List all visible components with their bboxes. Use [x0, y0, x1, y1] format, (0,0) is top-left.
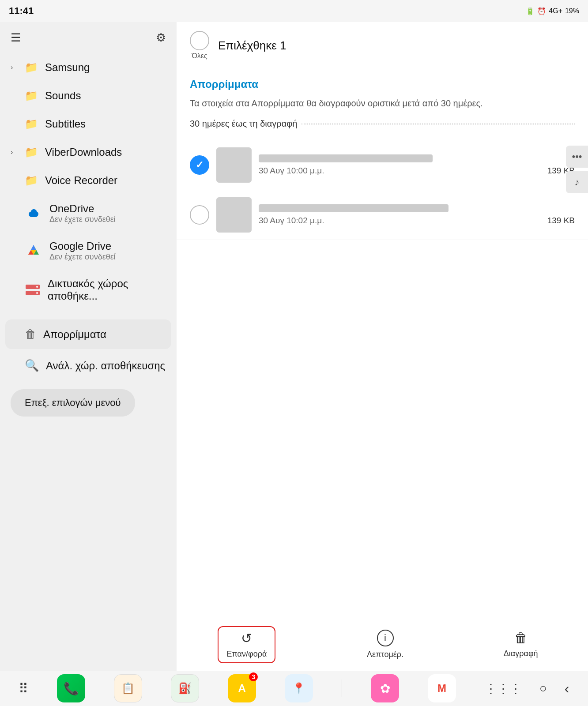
battery-percent: 19%: [565, 7, 579, 15]
sidebar-item-viberdownloads[interactable]: › 📁 ViberDownloads: [0, 138, 177, 166]
sidebar-item-label: Samsung: [45, 61, 90, 74]
delete-button[interactable]: 🗑 Διαγραφή: [495, 626, 547, 663]
sidebar-item-label: OneDrive: [49, 203, 94, 214]
content-header: Όλες Επιλέχθηκε 1: [177, 22, 588, 69]
nav-menu-icon[interactable]: ⋮⋮⋮: [485, 681, 522, 696]
hamburger-icon[interactable]: ☰: [11, 31, 21, 45]
status-bar: 11:41 🔋 ⏰ 4G+ 19%: [0, 0, 588, 22]
sidebar-item-label: Απορρίμματα: [43, 328, 106, 341]
sidebar-item-label: Ανάλ. χώρ. αποθήκευσης: [46, 360, 165, 372]
trash-icon: 🗑: [25, 327, 36, 341]
sidebar-item-voice-recorder[interactable]: › 📁 Voice Recorder: [0, 166, 177, 195]
folder-icon: 📁: [25, 146, 38, 158]
select-all-checkbox[interactable]: [190, 31, 209, 50]
details-button[interactable]: i Λεπτομέρ.: [358, 625, 412, 664]
gdrive-info: Google Drive Δεν έχετε συνδεθεί: [49, 240, 116, 262]
scanner-icon: 📋: [121, 682, 135, 695]
sidebar-item-label: Voice Recorder: [45, 174, 117, 187]
folder-icon: 📁: [25, 174, 38, 187]
bottom-toolbar: ↺ Επαν/φορά i Λεπτομέρ. 🗑 Διαγραφή: [177, 618, 588, 671]
file-info: 30 Αυγ 10:02 μ.μ. 139 KB: [259, 204, 575, 225]
gmail-icon: M: [437, 682, 446, 695]
more-dots-icon: •••: [572, 151, 582, 162]
main-layout: ☰ ⚙ › 📁 Samsung › 📁 Sounds › 📁 Subtitles…: [0, 22, 588, 671]
file-size: 139 KB: [547, 216, 575, 225]
fuel-icon: ⛽: [178, 682, 192, 695]
edit-menu-button[interactable]: Επεξ. επιλογών μενού: [11, 389, 135, 417]
folder-icon: 📁: [25, 61, 38, 74]
sidebar-item-storage[interactable]: › 🔍 Ανάλ. χώρ. αποθήκευσης: [0, 351, 177, 380]
allsmart-badge: 3: [249, 672, 258, 681]
svg-point-4: [36, 292, 38, 294]
app-grid-icon[interactable]: ⠿: [19, 681, 28, 696]
nav-app-phone[interactable]: 📞: [57, 674, 85, 702]
section-title: Απορρίμματα: [190, 78, 575, 90]
side-float-panel: ••• ♪: [566, 146, 588, 193]
divider: [7, 314, 170, 314]
content-title-section: Απορρίμματα Τα στοιχεία στα Απορρίμματα …: [177, 69, 588, 140]
details-icon: i: [377, 630, 394, 646]
sidebar-sub-label: Δεν έχετε συνδεθεί: [49, 215, 116, 224]
file-list: 30 Αυγ 10:00 μ.μ. 139 KB 30 Αυγ 10:02 μ.…: [177, 140, 588, 618]
file-checkbox[interactable]: [190, 155, 209, 175]
sidebar-sub-label: Δεν έχετε συνδεθεί: [49, 252, 116, 262]
nav-back-icon[interactable]: ‹: [565, 680, 569, 697]
days-row: 30 ημέρες έως τη διαγραφή: [190, 119, 575, 129]
delete-label: Διαγραφή: [504, 649, 538, 658]
more-options-float-btn[interactable]: •••: [566, 146, 588, 168]
sidebar-item-label: Google Drive: [49, 240, 111, 252]
restore-label: Επαν/φορά: [226, 650, 267, 659]
nav-divider: [342, 680, 342, 697]
sidebar-item-label: Sounds: [45, 90, 81, 102]
sidebar-item-network[interactable]: › Δικτυακός χώρος αποθήκε...: [0, 270, 177, 310]
folder-icon: 📁: [25, 118, 38, 130]
sidebar-item-trash[interactable]: › 🗑 Απορρίμματα: [5, 319, 171, 349]
sidebar-item-google-drive[interactable]: › Google Drive Δεν έχετε συνδεθεί: [0, 232, 177, 270]
music-float-btn[interactable]: ♪: [566, 171, 588, 193]
table-row[interactable]: 30 Αυγ 10:00 μ.μ. 139 KB: [177, 140, 588, 190]
select-all-label: Όλες: [192, 52, 207, 60]
nav-app-allsmart[interactable]: A 3: [228, 674, 256, 702]
sidebar-item-samsung[interactable]: › 📁 Samsung: [0, 53, 177, 82]
nav-app-fuel[interactable]: ⛽: [171, 674, 199, 702]
nav-app-flower[interactable]: ✿: [371, 674, 399, 702]
sidebar-item-sounds[interactable]: › 📁 Sounds: [0, 82, 177, 110]
folder-icon: 📁: [25, 90, 38, 102]
select-all-group[interactable]: Όλες: [190, 31, 209, 60]
content-area: Όλες Επιλέχθηκε 1 Απορρίμματα Τα στοιχεί…: [177, 22, 588, 671]
table-row[interactable]: 30 Αυγ 10:02 μ.μ. 139 KB: [177, 190, 588, 240]
onedrive-info: OneDrive Δεν έχετε συνδεθεί: [49, 203, 116, 224]
dotted-separator: [302, 124, 575, 124]
file-checkbox[interactable]: [190, 205, 209, 225]
restore-button[interactable]: ↺ Επαν/φορά: [218, 626, 275, 663]
allsmart-icon: A: [238, 682, 246, 695]
music-note-icon: ♪: [575, 176, 580, 188]
sidebar: ☰ ⚙ › 📁 Samsung › 📁 Sounds › 📁 Subtitles…: [0, 22, 177, 671]
restore-icon: ↺: [241, 631, 252, 646]
nav-app-scanner[interactable]: 📋: [114, 674, 142, 702]
maps-icon: 📍: [292, 682, 305, 695]
sidebar-item-label: ViberDownloads: [45, 146, 122, 158]
file-thumbnail: [216, 147, 252, 183]
storage-analysis-icon: 🔍: [25, 359, 39, 372]
section-description: Τα στοιχεία στα Απορρίμματα θα διαγραφού…: [190, 97, 575, 110]
file-info: 30 Αυγ 10:00 μ.μ. 139 KB: [259, 154, 575, 176]
status-time: 11:41: [9, 5, 34, 17]
nav-app-maps[interactable]: 📍: [285, 674, 313, 702]
selected-count: Επιλέχθηκε 1: [218, 39, 286, 53]
nav-app-gmail[interactable]: M: [428, 674, 456, 702]
details-label: Λεπτομέρ.: [367, 650, 403, 659]
sidebar-item-onedrive[interactable]: › OneDrive Δεν έχετε συνδεθεί: [0, 195, 177, 232]
sidebar-item-subtitles[interactable]: › 📁 Subtitles: [0, 110, 177, 138]
sidebar-header: ☰ ⚙: [0, 22, 177, 53]
nav-controls: ⋮⋮⋮ ○ ‹: [485, 680, 569, 697]
file-thumbnail: [216, 197, 252, 233]
file-name-bar: [259, 154, 433, 162]
battery-icon: 🔋: [526, 7, 535, 15]
days-label: 30 ημέρες έως τη διαγραφή: [190, 119, 297, 129]
settings-icon[interactable]: ⚙: [156, 31, 166, 45]
nav-home-icon[interactable]: ○: [539, 681, 547, 695]
nav-bar: ⠿ 📞 📋 ⛽ A 3 📍 ✿ M ⋮⋮⋮ ○ ‹: [0, 671, 588, 706]
file-date: 30 Αυγ 10:00 μ.μ.: [259, 166, 324, 176]
arrow-icon: ›: [11, 64, 18, 71]
